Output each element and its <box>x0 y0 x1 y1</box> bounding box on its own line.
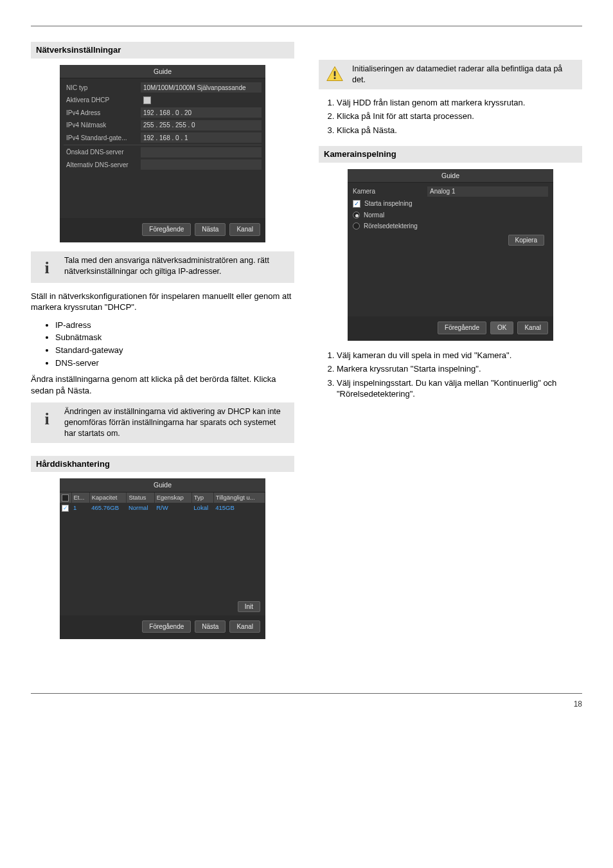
warning-icon <box>326 65 344 83</box>
network-outro: Ändra inställningarna genom att klicka p… <box>31 374 294 396</box>
wizard-title: Guide <box>60 478 265 492</box>
bottom-rule <box>31 693 582 694</box>
row-checkbox[interactable] <box>62 505 69 512</box>
prev-button[interactable]: Föregående <box>438 321 486 334</box>
row-gw: IPv4 Standard-gate... 192 . 168 . 0 . 1 <box>64 132 262 144</box>
row-nic: NIC typ 10M/100M/1000M Självanpassande <box>64 82 262 94</box>
hdd-table: Et... Kapacitet Status Egenskap Typ Till… <box>60 493 265 514</box>
camera-row: Kamera Analog 1 <box>350 185 551 198</box>
motion-label: Rörelsedetektering <box>364 222 418 231</box>
cancel-button[interactable]: Kanal <box>517 321 548 334</box>
motion-radio[interactable] <box>353 222 360 230</box>
next-button[interactable]: Nästa <box>195 223 226 236</box>
normal-radio[interactable] <box>353 212 360 219</box>
camera-select[interactable]: Analog 1 <box>427 186 548 197</box>
svg-rect-1 <box>334 71 336 77</box>
next-button[interactable]: Nästa <box>195 620 226 633</box>
start-recording-row: Starta inspelning <box>350 198 551 210</box>
right-column: Initialiseringen av datamediet raderar a… <box>319 42 582 648</box>
start-recording-label: Starta inspelning <box>364 199 413 208</box>
hdd-steps: Välj HDD från listan genom att markera k… <box>319 97 582 136</box>
prev-button[interactable]: Föregående <box>142 223 191 236</box>
info-dhcp-callout: i Ändringen av inställningarna vid aktiv… <box>31 402 294 443</box>
network-heading: Nätverksinställningar <box>31 42 294 59</box>
normal-row: Normal <box>350 210 551 221</box>
warn-text: Initialiseringen av datamediet raderar a… <box>352 64 577 86</box>
info-icon: i <box>44 408 49 430</box>
dhcp-checkbox[interactable] <box>143 96 151 104</box>
info-network-callout: i Tala med den ansvariga nätverksadminis… <box>31 251 294 283</box>
two-column-layout: Nätverksinställningar Guide NIC typ 10M/… <box>31 42 582 648</box>
network-wizard: Guide NIC typ 10M/100M/1000M Självanpass… <box>60 65 265 242</box>
wizard-title: Guide <box>348 169 553 183</box>
kopiera-button[interactable]: Kopiera <box>508 235 544 246</box>
ok-button[interactable]: OK <box>490 321 513 334</box>
row-dns1: Önskad DNS-server <box>64 147 262 158</box>
svg-rect-2 <box>334 77 336 79</box>
info-network-text: Tala med den ansvariga nätverksadministr… <box>64 255 289 279</box>
network-items: IP-adress Subnätmask Standard-gateway DN… <box>31 320 294 368</box>
row-dns2: Alternativ DNS-server <box>64 159 262 171</box>
top-rule <box>31 26 582 26</box>
hdd-header-row: Et... Kapacitet Status Egenskap Typ Till… <box>60 493 265 503</box>
left-column: Nätverksinställningar Guide NIC typ 10M/… <box>31 42 294 648</box>
list-item: DNS-server <box>55 357 294 369</box>
list-item: IP-adress <box>55 320 294 331</box>
normal-label: Normal <box>364 211 384 220</box>
list-item: Subnätmask <box>55 332 294 343</box>
start-recording-checkbox[interactable] <box>353 200 360 208</box>
network-intro: Ställ in nätverkskonfigurationen för ins… <box>31 291 294 313</box>
record-steps: Välj kameran du vill spela in med vid "K… <box>319 350 582 400</box>
info-icon: i <box>44 257 49 279</box>
hdd-heading: Hårddiskhantering <box>31 456 294 473</box>
list-item: Markera kryssrutan "Starta inspelning". <box>337 363 582 375</box>
row-mask: IPv4 Nätmask 255 . 255 . 255 . 0 <box>64 120 262 131</box>
list-item: Välj inspelningsstart. Du kan välja mell… <box>337 377 582 400</box>
page-number: 18 <box>31 699 582 709</box>
list-item: Klicka på Init för att starta processen. <box>337 111 582 122</box>
record-wizard: Guide Kamera Analog 1 Starta inspelning … <box>348 169 553 341</box>
list-item: Välj kameran du vill spela in med vid "K… <box>337 350 582 361</box>
list-item: Klicka på Nästa. <box>337 125 582 136</box>
prev-button[interactable]: Föregående <box>142 620 191 633</box>
hdd-wizard: Guide Et... Kapacitet Status Egenskap Ty… <box>60 478 265 639</box>
row-dhcp: Aktivera DHCP <box>64 95 262 106</box>
row-ip: IPv4 Adress 192 . 168 . 0 . 20 <box>64 107 262 119</box>
select-all-checkbox[interactable] <box>62 494 69 502</box>
wizard-title: Guide <box>60 65 265 78</box>
hdd-row[interactable]: 1 465.76GB Normal R/W Lokal 415GB <box>60 503 265 514</box>
warn-callout: Initialiseringen av datamediet raderar a… <box>319 60 582 89</box>
cancel-button[interactable]: Kanal <box>229 620 260 633</box>
init-button[interactable]: Init <box>238 601 260 612</box>
motion-row: Rörelsedetektering <box>350 221 551 232</box>
record-heading: Kamerainspelning <box>319 146 582 163</box>
list-item: Välj HDD från listan genom att markera k… <box>337 97 582 109</box>
list-item: Standard-gateway <box>55 345 294 356</box>
cancel-button[interactable]: Kanal <box>229 223 260 236</box>
info-dhcp-text: Ändringen av inställningarna vid aktiver… <box>64 406 289 439</box>
